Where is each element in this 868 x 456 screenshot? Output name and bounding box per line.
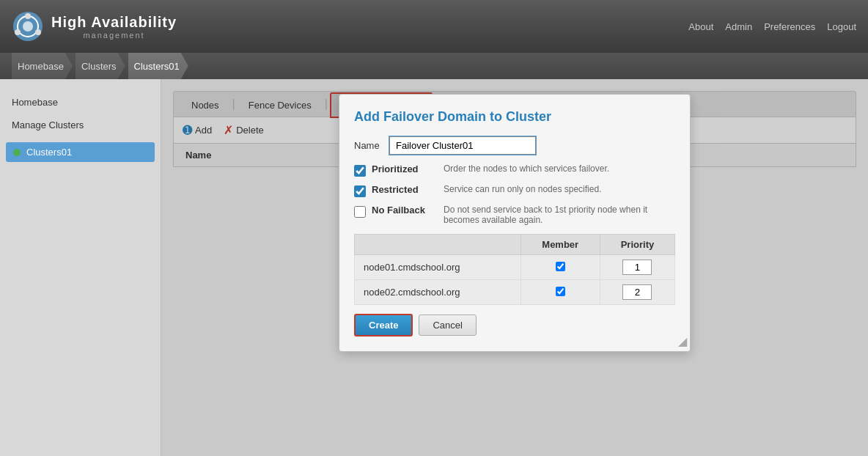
cluster-status-dot [13,149,21,156]
nav-preferences[interactable]: Preferences [764,21,815,32]
node-col-member: Member [521,235,600,255]
restricted-checkbox[interactable] [354,185,366,197]
sidebar-item-manage-clusters[interactable]: Manage Clusters [0,114,161,136]
node2-member-checkbox[interactable] [556,287,565,296]
cluster-name: Clusters01 [26,147,72,158]
node1-member-checkbox[interactable] [556,262,565,271]
resize-handle[interactable]: ◢ [678,334,687,348]
logo-icon [12,10,44,43]
app-title: High Availability [51,14,177,31]
restricted-desc: Service can run only on nodes specified. [444,184,675,194]
prioritized-checkbox[interactable] [354,165,366,177]
app-subtitle: management [51,31,177,40]
node1-priority-input[interactable] [622,260,652,275]
sidebar-cluster-clusters01[interactable]: Clusters01 [6,142,155,162]
nav-logout[interactable]: Logout [827,21,856,32]
breadcrumb-clusters01[interactable]: Clusters01 [128,53,188,79]
top-bar: High Availability management About Admin… [0,0,868,53]
no-failback-label: No Failback [372,205,438,216]
nav-about[interactable]: About [688,21,713,32]
node2-member-cell [521,280,600,305]
node2-name: node02.cmdschool.org [355,280,521,305]
no-failback-checkbox[interactable] [354,206,366,218]
table-row: node02.cmdschool.org [355,280,675,305]
breadcrumb-clusters[interactable]: Clusters [76,53,125,79]
name-field-row: Name [354,136,675,155]
modal-overlay: Add Failover Domain to Cluster Name Prio… [161,79,868,456]
create-button[interactable]: Create [354,314,413,337]
node-col-priority: Priority [600,235,674,255]
breadcrumb-homebase[interactable]: Homebase [12,53,73,79]
no-failback-desc: Do not send service back to 1st priority… [444,205,675,225]
svg-point-4 [35,29,41,35]
add-failover-domain-modal: Add Failover Domain to Cluster Name Prio… [339,94,691,352]
node1-priority-cell [600,255,674,280]
modal-title: Add Failover Domain to Cluster [354,109,675,125]
prioritized-row: Prioritized Order the nodes to which ser… [354,163,675,177]
svg-point-2 [23,21,33,32]
prioritized-desc: Order the nodes to which services failov… [444,163,675,174]
no-failback-row: No Failback Do not send service back to … [354,205,675,225]
sidebar: Homebase Manage Clusters Clusters01 [0,79,161,456]
name-input[interactable] [389,136,536,155]
sidebar-item-homebase[interactable]: Homebase [0,91,161,114]
node-table: Member Priority node01.cmdschool.org nod… [354,234,675,305]
node2-priority-cell [600,280,674,305]
svg-point-3 [25,13,31,19]
cancel-button[interactable]: Cancel [419,315,476,336]
node2-priority-input[interactable] [622,284,652,300]
nav-admin[interactable]: Admin [725,21,752,32]
modal-buttons: Create Cancel [354,314,675,337]
node1-name: node01.cmdschool.org [355,255,521,280]
table-row: node01.cmdschool.org [355,255,675,280]
logo-area: High Availability management [12,10,177,43]
logo-text: High Availability management [51,14,177,40]
node-col-name [355,235,521,255]
node1-member-cell [521,255,600,280]
prioritized-label: Prioritized [372,163,438,174]
breadcrumb: Homebase Clusters Clusters01 [0,53,868,79]
svg-point-5 [15,29,21,35]
top-nav: About Admin Preferences Logout [688,21,856,32]
name-label: Name [354,140,383,151]
restricted-row: Restricted Service can run only on nodes… [354,184,675,197]
restricted-label: Restricted [372,184,438,195]
